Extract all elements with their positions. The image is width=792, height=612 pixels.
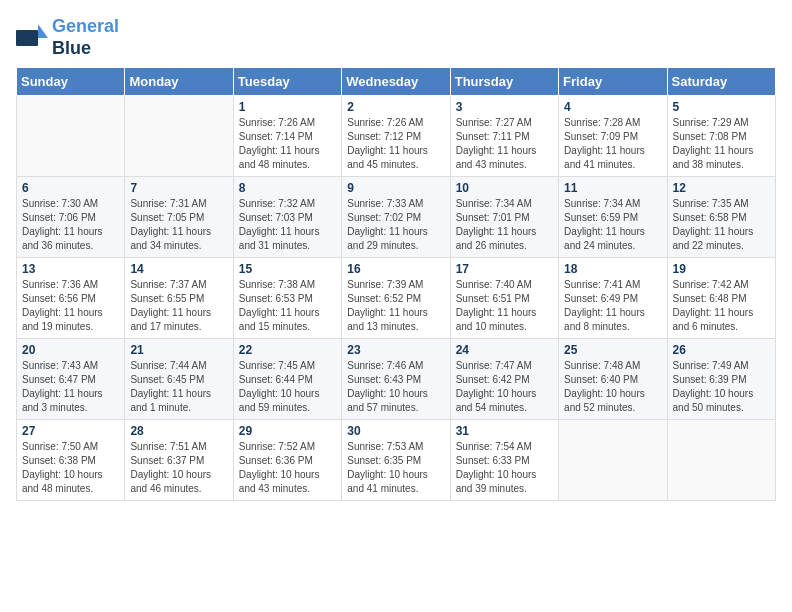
weekday-header: Tuesday [233,68,341,96]
calendar-cell: 11Sunrise: 7:34 AM Sunset: 6:59 PM Dayli… [559,177,667,258]
day-number: 21 [130,343,227,357]
logo-text: General Blue [52,16,119,59]
day-number: 31 [456,424,553,438]
day-info: Sunrise: 7:34 AM Sunset: 6:59 PM Dayligh… [564,197,661,253]
day-info: Sunrise: 7:28 AM Sunset: 7:09 PM Dayligh… [564,116,661,172]
calendar-cell: 1Sunrise: 7:26 AM Sunset: 7:14 PM Daylig… [233,96,341,177]
day-info: Sunrise: 7:32 AM Sunset: 7:03 PM Dayligh… [239,197,336,253]
calendar-cell [667,420,775,501]
calendar-cell: 29Sunrise: 7:52 AM Sunset: 6:36 PM Dayli… [233,420,341,501]
weekday-header: Saturday [667,68,775,96]
calendar-cell: 30Sunrise: 7:53 AM Sunset: 6:35 PM Dayli… [342,420,450,501]
day-number: 28 [130,424,227,438]
day-info: Sunrise: 7:40 AM Sunset: 6:51 PM Dayligh… [456,278,553,334]
day-number: 20 [22,343,119,357]
calendar-cell: 17Sunrise: 7:40 AM Sunset: 6:51 PM Dayli… [450,258,558,339]
day-number: 30 [347,424,444,438]
day-number: 15 [239,262,336,276]
calendar-table: SundayMondayTuesdayWednesdayThursdayFrid… [16,67,776,501]
day-number: 11 [564,181,661,195]
day-number: 26 [673,343,770,357]
day-number: 13 [22,262,119,276]
day-info: Sunrise: 7:49 AM Sunset: 6:39 PM Dayligh… [673,359,770,415]
day-info: Sunrise: 7:42 AM Sunset: 6:48 PM Dayligh… [673,278,770,334]
day-number: 12 [673,181,770,195]
day-number: 1 [239,100,336,114]
day-info: Sunrise: 7:37 AM Sunset: 6:55 PM Dayligh… [130,278,227,334]
calendar-cell: 7Sunrise: 7:31 AM Sunset: 7:05 PM Daylig… [125,177,233,258]
day-info: Sunrise: 7:43 AM Sunset: 6:47 PM Dayligh… [22,359,119,415]
calendar-cell: 28Sunrise: 7:51 AM Sunset: 6:37 PM Dayli… [125,420,233,501]
calendar-cell: 2Sunrise: 7:26 AM Sunset: 7:12 PM Daylig… [342,96,450,177]
day-info: Sunrise: 7:50 AM Sunset: 6:38 PM Dayligh… [22,440,119,496]
weekday-header: Sunday [17,68,125,96]
calendar-cell: 24Sunrise: 7:47 AM Sunset: 6:42 PM Dayli… [450,339,558,420]
calendar-cell: 9Sunrise: 7:33 AM Sunset: 7:02 PM Daylig… [342,177,450,258]
day-info: Sunrise: 7:30 AM Sunset: 7:06 PM Dayligh… [22,197,119,253]
calendar-cell: 20Sunrise: 7:43 AM Sunset: 6:47 PM Dayli… [17,339,125,420]
day-number: 8 [239,181,336,195]
calendar-cell: 18Sunrise: 7:41 AM Sunset: 6:49 PM Dayli… [559,258,667,339]
day-number: 9 [347,181,444,195]
day-number: 23 [347,343,444,357]
page-header: General Blue [16,16,776,59]
day-number: 3 [456,100,553,114]
calendar-cell: 15Sunrise: 7:38 AM Sunset: 6:53 PM Dayli… [233,258,341,339]
day-info: Sunrise: 7:29 AM Sunset: 7:08 PM Dayligh… [673,116,770,172]
calendar-cell: 16Sunrise: 7:39 AM Sunset: 6:52 PM Dayli… [342,258,450,339]
day-number: 17 [456,262,553,276]
day-info: Sunrise: 7:46 AM Sunset: 6:43 PM Dayligh… [347,359,444,415]
calendar-cell: 3Sunrise: 7:27 AM Sunset: 7:11 PM Daylig… [450,96,558,177]
calendar-cell: 19Sunrise: 7:42 AM Sunset: 6:48 PM Dayli… [667,258,775,339]
calendar-cell: 27Sunrise: 7:50 AM Sunset: 6:38 PM Dayli… [17,420,125,501]
calendar-cell: 10Sunrise: 7:34 AM Sunset: 7:01 PM Dayli… [450,177,558,258]
calendar-week-row: 6Sunrise: 7:30 AM Sunset: 7:06 PM Daylig… [17,177,776,258]
day-info: Sunrise: 7:41 AM Sunset: 6:49 PM Dayligh… [564,278,661,334]
calendar-cell: 8Sunrise: 7:32 AM Sunset: 7:03 PM Daylig… [233,177,341,258]
weekday-header: Thursday [450,68,558,96]
logo-icon [16,24,48,52]
day-number: 4 [564,100,661,114]
logo: General Blue [16,16,119,59]
day-number: 6 [22,181,119,195]
day-info: Sunrise: 7:54 AM Sunset: 6:33 PM Dayligh… [456,440,553,496]
day-info: Sunrise: 7:33 AM Sunset: 7:02 PM Dayligh… [347,197,444,253]
day-number: 10 [456,181,553,195]
weekday-header: Friday [559,68,667,96]
calendar-cell: 22Sunrise: 7:45 AM Sunset: 6:44 PM Dayli… [233,339,341,420]
day-info: Sunrise: 7:39 AM Sunset: 6:52 PM Dayligh… [347,278,444,334]
day-number: 24 [456,343,553,357]
day-number: 14 [130,262,227,276]
day-info: Sunrise: 7:48 AM Sunset: 6:40 PM Dayligh… [564,359,661,415]
calendar-header: SundayMondayTuesdayWednesdayThursdayFrid… [17,68,776,96]
calendar-cell: 26Sunrise: 7:49 AM Sunset: 6:39 PM Dayli… [667,339,775,420]
day-info: Sunrise: 7:45 AM Sunset: 6:44 PM Dayligh… [239,359,336,415]
day-info: Sunrise: 7:52 AM Sunset: 6:36 PM Dayligh… [239,440,336,496]
svg-marker-1 [38,24,48,38]
day-number: 7 [130,181,227,195]
calendar-cell: 13Sunrise: 7:36 AM Sunset: 6:56 PM Dayli… [17,258,125,339]
day-number: 27 [22,424,119,438]
calendar-week-row: 1Sunrise: 7:26 AM Sunset: 7:14 PM Daylig… [17,96,776,177]
day-number: 2 [347,100,444,114]
day-info: Sunrise: 7:53 AM Sunset: 6:35 PM Dayligh… [347,440,444,496]
calendar-cell [125,96,233,177]
day-number: 16 [347,262,444,276]
day-info: Sunrise: 7:35 AM Sunset: 6:58 PM Dayligh… [673,197,770,253]
calendar-cell: 5Sunrise: 7:29 AM Sunset: 7:08 PM Daylig… [667,96,775,177]
calendar-cell: 25Sunrise: 7:48 AM Sunset: 6:40 PM Dayli… [559,339,667,420]
calendar-week-row: 27Sunrise: 7:50 AM Sunset: 6:38 PM Dayli… [17,420,776,501]
day-info: Sunrise: 7:38 AM Sunset: 6:53 PM Dayligh… [239,278,336,334]
day-number: 19 [673,262,770,276]
svg-rect-0 [16,30,38,46]
day-info: Sunrise: 7:34 AM Sunset: 7:01 PM Dayligh… [456,197,553,253]
calendar-cell: 4Sunrise: 7:28 AM Sunset: 7:09 PM Daylig… [559,96,667,177]
day-number: 5 [673,100,770,114]
day-info: Sunrise: 7:36 AM Sunset: 6:56 PM Dayligh… [22,278,119,334]
day-number: 22 [239,343,336,357]
day-info: Sunrise: 7:26 AM Sunset: 7:12 PM Dayligh… [347,116,444,172]
day-info: Sunrise: 7:51 AM Sunset: 6:37 PM Dayligh… [130,440,227,496]
day-info: Sunrise: 7:44 AM Sunset: 6:45 PM Dayligh… [130,359,227,415]
day-info: Sunrise: 7:31 AM Sunset: 7:05 PM Dayligh… [130,197,227,253]
calendar-cell: 31Sunrise: 7:54 AM Sunset: 6:33 PM Dayli… [450,420,558,501]
